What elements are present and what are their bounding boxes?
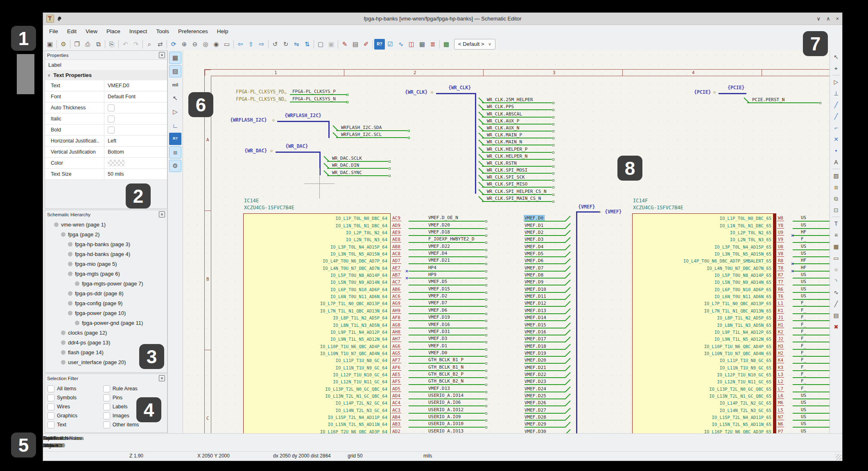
property-row[interactable]: Text Size 50 mils: [45, 169, 167, 180]
rotate-cw-button[interactable]: ↻: [280, 39, 291, 50]
IO_L3N_T0L_N5_AD15N_65[interactable]: IO_L3N_T0L_N5_AD15N_65 V8 × US: [632, 250, 830, 257]
bus-member-row[interactable]: WR_CLK.AUX_P: [481, 118, 556, 125]
IO_L6P_T0U_N10_AD6P_65[interactable]: IO_L6P_T0U_N10_AD6P_65 R6 × US: [632, 285, 830, 292]
arc-tool-button[interactable]: ◝: [831, 276, 841, 286]
net-label[interactable]: WRFLASH_I2C.SDA: [341, 125, 382, 130]
properties-section-header[interactable]: ∨ Text Properties: [45, 70, 167, 80]
net-row[interactable]: VMEF.D16: [524, 328, 577, 335]
net-label[interactable]: US: [801, 428, 806, 434]
line-tool-button[interactable]: ╱: [831, 299, 841, 309]
IO_L2P_T0L_N2_65[interactable]: IO_L2P_T0L_N2_65 U9 × HF: [632, 229, 830, 236]
pin-number[interactable]: AE7: [391, 265, 401, 271]
schematic-setup-button[interactable]: ⚙: [58, 39, 69, 50]
net-row[interactable]: VMEF.D4: [524, 243, 577, 250]
IO_L4P_T0U_N6_DBC_AD7P_64[interactable]: IO_L4P_T0U_N6_DBC_AD7P_64 AD7 × VMEF.D21: [243, 257, 489, 264]
net-label[interactable]: F_: [801, 336, 806, 341]
IO_L13N_T2L_N1_GC_QBC_65[interactable]: IO_L13N_T2L_N1_GC_QBC_65 L6 × US: [632, 392, 830, 399]
pin-number[interactable]: AG9: [391, 301, 401, 306]
toolbar-button[interactable]: [233, 40, 234, 48]
pin-number[interactable]: H2: [777, 351, 784, 356]
simulator-button[interactable]: ∿: [396, 39, 406, 50]
pin-number[interactable]: AF8: [391, 315, 401, 321]
net-label[interactable]: VMEF.D3: [524, 237, 544, 242]
pin-number[interactable]: AH8: [391, 329, 401, 335]
net-label[interactable]: VMEF.D27: [524, 408, 547, 413]
net-row[interactable]: VMEF.D5: [524, 250, 577, 257]
menu-tools[interactable]: Tools: [152, 27, 173, 36]
IO_L9N_T1L_N5_AD12N_65[interactable]: IO_L9N_T1L_N5_AD12N_65 J2 × F_: [632, 335, 830, 342]
net-label[interactable]: F_: [801, 350, 806, 356]
pin-number[interactable]: AF6: [391, 365, 401, 371]
net-label[interactable]: VMEF.D15: [524, 322, 547, 328]
select-tool-button[interactable]: ↖: [831, 52, 841, 62]
net-label[interactable]: WRFLASH_I2C.SCL: [341, 132, 382, 137]
toolbar-button[interactable]: [439, 40, 440, 48]
net-row[interactable]: VMEF.D18: [524, 342, 577, 349]
toolbar-button[interactable]: [167, 40, 167, 48]
hierarchy-item[interactable]: ∨ fpga-power-gnd (page 11): [45, 318, 167, 328]
bus-member-row[interactable]: WR_DAC.SYNC: [326, 169, 392, 176]
net-row[interactable]: VMEF.D15: [524, 321, 577, 328]
find-replace-button[interactable]: ⇄: [155, 39, 165, 50]
filter-item[interactable]: Text: [47, 420, 103, 429]
pin-number[interactable]: V8: [777, 251, 784, 257]
IO_L16P_T2U_N6_QBC_AD3P_64[interactable]: IO_L16P_T2U_N6_QBC_AD3P_64 AD2 × USERIO_…: [243, 428, 489, 434]
pin-number[interactable]: AB3: [391, 421, 401, 427]
net-label[interactable]: PCIE.PERST_N: [752, 97, 784, 102]
color-swatch[interactable]: [108, 160, 125, 166]
net-label[interactable]: F_: [801, 343, 806, 349]
pin-number[interactable]: AB4: [391, 414, 401, 420]
bus-member-row[interactable]: WR_CLK.MAIN_P: [481, 131, 556, 138]
IO_L12N_T1U_N11_GC_65[interactable]: IO_L12N_T1U_N11_GC_65 L2 × F_: [632, 378, 830, 385]
pin-number[interactable]: H1: [777, 322, 784, 328]
hier-label[interactable]: {VMEF}: [605, 209, 622, 215]
hierarchical-sheet-button[interactable]: ⧈: [831, 182, 841, 192]
net-label[interactable]: VMEF.D_OE_N: [428, 215, 458, 220]
pin-number[interactable]: AD5: [391, 386, 401, 392]
hier-label[interactable]: {WR_CLK}: [405, 89, 427, 95]
nav-back-button[interactable]: ⇦: [235, 39, 246, 50]
zoom-out-button[interactable]: ⊖: [190, 39, 200, 50]
net-row[interactable]: VMEF.D25: [524, 392, 577, 399]
net-label[interactable]: WR_CLK.SPI_MOSI: [487, 168, 527, 173]
pin-number[interactable]: AG8: [391, 322, 401, 328]
IO_L4N_T0U_N7_DBC_AD7N_65[interactable]: IO_L4N_T0U_N7_DBC_AD7N_65 T8 × HF: [632, 264, 830, 271]
hierarchy-item[interactable]: ∨ fpga-mgts-power (page 7): [45, 279, 167, 288]
net-label[interactable]: VMEF.D13: [524, 308, 547, 313]
net-label[interactable]: VMEF.D2: [428, 293, 447, 299]
net-label[interactable]: VMEF.D26: [524, 400, 547, 405]
pin-number[interactable]: AH9: [391, 308, 401, 314]
IO_L10N_T1U_N7_QBC_AD4N_64[interactable]: IO_L10N_T1U_N7_QBC_AD4N_64 AG5 × VMEF.D0: [243, 350, 489, 357]
pin-number[interactable]: L5: [777, 408, 784, 413]
pin-number[interactable]: AC8: [391, 251, 401, 257]
pin-number[interactable]: AC7: [391, 279, 401, 285]
pin-number[interactable]: AB8: [391, 244, 401, 250]
net-label[interactable]: VMEF.D1: [524, 223, 544, 228]
net-label[interactable]: US: [801, 293, 806, 299]
net-label[interactable]: USERIO_A.IO6: [428, 400, 461, 405]
net-row[interactable]: VMEF.D0: [524, 215, 577, 222]
IO_L3P_T0L_N4_AD15P_65[interactable]: IO_L3P_T0L_N4_AD15P_65 U8 × US: [632, 243, 830, 250]
rectangle-tool-button[interactable]: ▭: [831, 253, 841, 263]
net-label[interactable]: USERIO_A.IO12: [428, 407, 463, 412]
checkbox[interactable]: [103, 385, 110, 392]
net-label[interactable]: USERIO_A.IO14: [428, 393, 463, 398]
IO_L8P_T1L_N2_AD5P_65[interactable]: IO_L8P_T1L_N2_AD5P_65 J1 × F_: [632, 314, 830, 321]
bus-member-row[interactable]: PCIE.PERST_N: [746, 96, 823, 103]
hier-pin-name[interactable]: FPGA-PL_CLKSYS_PD: [236, 89, 284, 95]
property-row[interactable]: Vertical Justification Bottom: [45, 147, 167, 158]
net-label[interactable]: VMEF.D8: [524, 272, 544, 278]
net-label[interactable]: USERIO_A.IO13: [428, 428, 463, 434]
net-label[interactable]: VMEF.D16: [428, 322, 450, 327]
bus-member-row[interactable]: WR_CLK.SPI_MOSI: [481, 167, 556, 174]
nav-forward-button[interactable]: ⇨: [256, 39, 267, 50]
IO_L6N_T0U_N11_AD6N_64[interactable]: IO_L6N_T0U_N11_AD6N_64 AC6 × VMEF.D2: [243, 293, 489, 300]
property-row[interactable]: Font Default Font: [45, 91, 167, 102]
net-label[interactable]: US: [801, 286, 806, 292]
checkbox[interactable]: [103, 421, 110, 428]
net-label[interactable]: VMEF.D19: [524, 351, 547, 356]
toolbar-button[interactable]: [105, 40, 105, 48]
net-label[interactable]: GTH_BCLK_B1_P: [428, 357, 463, 362]
net-row[interactable]: VMEF.D20: [524, 357, 577, 364]
net-label[interactable]: GTH_BCLK_B2_P: [428, 371, 463, 377]
